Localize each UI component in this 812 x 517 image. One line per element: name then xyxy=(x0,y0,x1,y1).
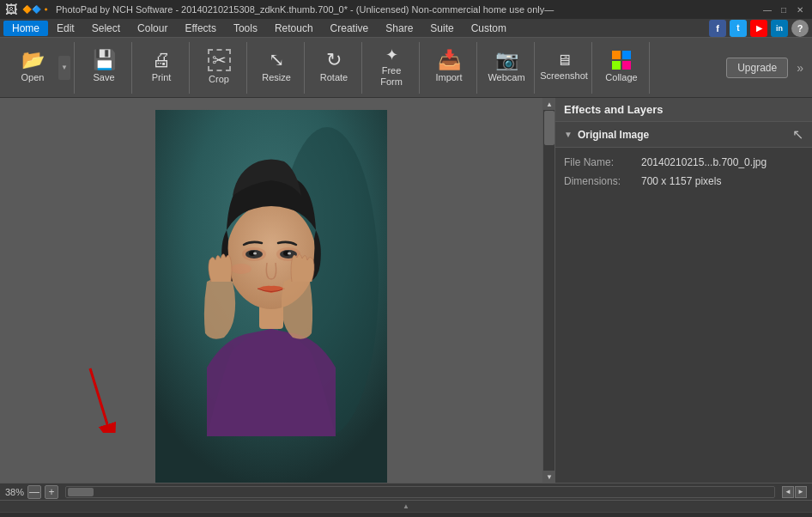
close-button[interactable]: ✕ xyxy=(793,3,807,15)
scroll-track-vertical[interactable] xyxy=(543,110,554,471)
cursor-icon: ↖ xyxy=(792,126,803,143)
title-left: 🖼 🔶🔷🔸 PhotoPad by NCH Software - 2014021… xyxy=(5,3,554,16)
menu-bar: Home Edit Select Colour Effects Tools Re… xyxy=(0,19,812,38)
menu-item-suite[interactable]: Suite xyxy=(421,21,462,36)
horizontal-scroll-arrows: ◄ ► xyxy=(782,486,807,498)
save-label: Save xyxy=(93,72,114,83)
svg-point-11 xyxy=(288,252,291,255)
menu-item-share[interactable]: Share xyxy=(377,21,421,36)
menu-item-retouch[interactable]: Retouch xyxy=(266,21,322,36)
save-button[interactable]: 💾 Save xyxy=(80,44,128,92)
menu-item-custom[interactable]: Custom xyxy=(463,21,515,36)
more-button[interactable]: » xyxy=(793,61,807,75)
filename-row: File Name: 20140210215...b.700_0.jpg xyxy=(564,156,803,168)
image-preview xyxy=(155,110,387,483)
layer-title: Original Image xyxy=(578,129,649,141)
scroll-left-button[interactable]: ◄ xyxy=(782,486,794,498)
toolbar-group-webcam: 📷 Webcam xyxy=(479,42,535,94)
crop-label: Crop xyxy=(209,74,229,85)
status-bar: 38% — + ◄ ► xyxy=(0,483,812,500)
horizontal-scrollbar[interactable] xyxy=(65,486,775,498)
freeform-button[interactable]: ✦ Free Form xyxy=(367,44,415,92)
title-bar: 🖼 🔶🔷🔸 PhotoPad by NCH Software - 2014021… xyxy=(0,0,812,19)
layer-collapse-arrow: ▼ xyxy=(564,130,573,139)
dimensions-row: Dimensions: 700 x 1157 pixels xyxy=(564,175,803,187)
collage-label: Collage xyxy=(605,72,637,83)
crop-button[interactable]: ✂ Crop xyxy=(195,44,243,92)
canvas-area xyxy=(0,98,542,483)
toolbar-group-screenshot: 🖥 Screenshot xyxy=(536,42,592,94)
dimensions-label: Dimensions: xyxy=(564,175,641,187)
toolbar-group-resize: ⤡ Resize xyxy=(249,42,305,94)
scroll-thumb-vertical[interactable] xyxy=(544,111,554,145)
menu-item-select[interactable]: Select xyxy=(83,21,129,36)
resize-button[interactable]: ⤡ Resize xyxy=(252,44,300,92)
facebook-button[interactable]: f xyxy=(709,20,726,37)
toolbar-group-print: 🖨 Print xyxy=(134,42,190,94)
webcam-label: Webcam xyxy=(488,72,524,83)
app-logo: 🖼 xyxy=(5,3,17,16)
scroll-thumb-horizontal[interactable] xyxy=(68,488,94,496)
menu-item-tools[interactable]: Tools xyxy=(225,21,266,36)
twitter-button[interactable]: t xyxy=(730,20,747,37)
freeform-icon: ✦ xyxy=(385,47,398,63)
arrow-svg xyxy=(73,364,124,433)
webcam-button[interactable]: 📷 Webcam xyxy=(482,44,530,92)
red-arrow xyxy=(73,364,124,435)
toolbar-group-save: 💾 Save xyxy=(76,42,132,94)
toolbar-right: f t ▶ in ? xyxy=(709,20,809,37)
toolbar-group-crop: ✂ Crop xyxy=(191,42,247,94)
maximize-button[interactable]: □ xyxy=(777,3,791,15)
zoom-in-button[interactable]: + xyxy=(45,485,58,499)
rotate-label: Rotate xyxy=(320,72,348,83)
screenshot-icon: 🖥 xyxy=(556,52,572,68)
open-icon: 📂 xyxy=(21,51,45,70)
open-button[interactable]: 📂 Open xyxy=(9,44,57,92)
screenshot-label: Screenshot xyxy=(540,70,588,82)
zoom-label: 38% xyxy=(5,487,24,497)
menu-item-colour[interactable]: Colour xyxy=(129,21,176,36)
resize-label: Resize xyxy=(262,72,291,83)
vertical-scrollbar[interactable]: ▲ ▼ xyxy=(542,98,554,483)
resize-icon: ⤡ xyxy=(269,51,284,70)
print-button[interactable]: 🖨 Print xyxy=(137,44,185,92)
toolbar-group-open: 📂 Open ▼ xyxy=(5,42,75,94)
menu-item-home[interactable]: Home xyxy=(3,21,48,36)
layer-header[interactable]: ▼ Original Image ↖ xyxy=(555,122,812,148)
dimensions-value: 700 x 1157 pixels xyxy=(641,175,721,187)
toolbar-group-rotate: ↻ Rotate xyxy=(306,42,362,94)
toolbar-group-freeform: ✦ Free Form xyxy=(364,42,420,94)
screenshot-button[interactable]: 🖥 Screenshot xyxy=(540,44,588,92)
zoom-out-button[interactable]: — xyxy=(27,485,41,499)
collage-icon xyxy=(612,51,631,70)
canvas-scroll-up-bar[interactable]: ▲ xyxy=(0,500,812,512)
upgrade-button[interactable]: Upgrade xyxy=(726,58,788,78)
svg-point-12 xyxy=(231,264,251,274)
scroll-right-button[interactable]: ► xyxy=(795,486,807,498)
menu-item-effects[interactable]: Effects xyxy=(176,21,224,36)
minimize-button[interactable]: — xyxy=(760,3,774,15)
open-label: Open xyxy=(21,72,45,83)
print-icon: 🖨 xyxy=(152,51,171,70)
toolbar-group-collage: Collage xyxy=(594,42,650,94)
save-icon: 💾 xyxy=(93,51,116,70)
panel-title: Effects and Layers xyxy=(555,98,812,122)
window-controls: — □ ✕ xyxy=(760,3,807,15)
filename-label: File Name: xyxy=(564,156,641,168)
right-panel: Effects and Layers ▼ Original Image ↖ Fi… xyxy=(554,98,812,483)
collage-button[interactable]: Collage xyxy=(597,44,645,92)
import-button[interactable]: 📥 Import xyxy=(425,44,473,92)
menu-item-creative[interactable]: Creative xyxy=(322,21,378,36)
linkedin-button[interactable]: in xyxy=(771,20,788,37)
scroll-down-button[interactable]: ▼ xyxy=(543,471,555,483)
youtube-button[interactable]: ▶ xyxy=(750,20,767,37)
menu-item-edit[interactable]: Edit xyxy=(48,21,83,36)
open-dropdown-button[interactable]: ▼ xyxy=(58,56,70,80)
scroll-up-button[interactable]: ▲ xyxy=(543,98,555,110)
svg-line-15 xyxy=(90,368,107,424)
rotate-icon: ↻ xyxy=(326,51,342,70)
rotate-button[interactable]: ↻ Rotate xyxy=(310,44,358,92)
help-button[interactable]: ? xyxy=(791,20,809,37)
svg-point-10 xyxy=(253,252,257,255)
freeform-label: Free Form xyxy=(371,65,412,88)
